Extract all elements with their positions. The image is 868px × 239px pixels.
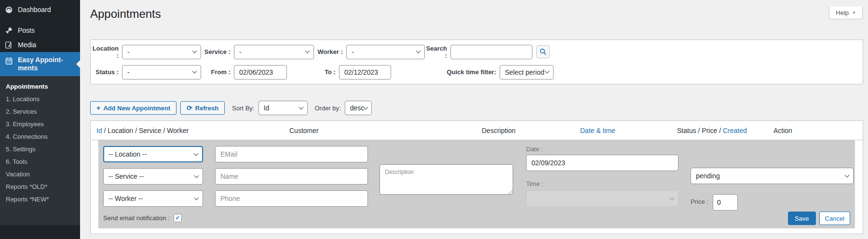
sidebar-item-settings[interactable]: 5. Settings — [0, 143, 80, 156]
sort-by-label: Sort By: — [232, 105, 254, 112]
status-filter-label: Status : — [91, 68, 122, 76]
help-label: Help — [836, 9, 849, 16]
sidebar-item-label: Media — [18, 41, 36, 49]
description-textarea[interactable] — [380, 164, 513, 195]
chevron-down-icon — [305, 49, 310, 53]
service-filter-value: - — [239, 48, 242, 56]
search-button[interactable] — [536, 45, 550, 58]
location-select[interactable]: -- Location -- — [103, 146, 203, 162]
dashboard-icon — [4, 5, 13, 14]
sidebar-item-media[interactable]: Media — [0, 38, 80, 52]
sort-link-created[interactable]: Created — [723, 127, 747, 134]
order-by-label: Order by: — [315, 105, 341, 112]
sidebar-item-tools[interactable]: 6. Tools — [0, 156, 80, 168]
sort-link-id[interactable]: Id — [96, 127, 102, 134]
sidebar-item-connections[interactable]: 4. Connections — [0, 131, 80, 143]
location-filter-value: - — [127, 48, 130, 56]
sidebar-item-services[interactable]: 2. Services — [0, 106, 80, 118]
date-input[interactable] — [526, 155, 678, 171]
menu-separator — [0, 17, 80, 23]
cancel-button[interactable]: Cancel — [819, 212, 850, 225]
sidebar-item-label: Easy Appoint- ments — [18, 56, 63, 72]
status-filter-select[interactable]: - — [122, 65, 201, 80]
media-icon — [4, 40, 13, 49]
notification-row: Send email notification : ✓ — [103, 213, 182, 223]
column-header-description: Description — [482, 127, 580, 134]
sidebar-item-locations[interactable]: 1. Locations — [0, 93, 80, 106]
worker-filter-label: Worker : — [314, 48, 346, 55]
from-date-input[interactable] — [234, 65, 287, 80]
order-by-value: desc — [350, 104, 365, 112]
chevron-down-icon — [364, 105, 368, 109]
quick-time-filter-select[interactable]: Select period — [500, 65, 554, 80]
worker-select-value: -- Worker -- — [108, 195, 143, 202]
sidebar-item-reports-old[interactable]: Reports *OLD* — [0, 181, 80, 193]
sidebar-item-dashboard[interactable]: Dashboard — [0, 2, 80, 17]
chevron-down-icon — [845, 173, 850, 177]
page-title: Appointments — [90, 7, 868, 21]
location-filter-select[interactable]: - — [122, 45, 201, 59]
appointment-edit-row: -- Location -- -- Service -- -- Worker -… — [98, 140, 855, 228]
order-by-select[interactable]: desc — [345, 101, 372, 115]
calendar-icon — [4, 56, 13, 65]
column-header-status-price-created: Status / Price / Created — [677, 127, 773, 134]
send-email-notification-checkbox[interactable]: ✓ — [174, 214, 182, 222]
chevron-down-icon — [670, 195, 675, 200]
check-icon: ✓ — [176, 214, 180, 221]
time-label: Time : — [526, 180, 543, 187]
filter-row-1: Location : - Service : - Worker : - Sear… — [91, 44, 863, 59]
admin-content: Help ▼ Appointments Location : - Service… — [80, 7, 868, 239]
worker-select[interactable]: -- Worker -- — [103, 190, 203, 207]
pushpin-icon — [4, 26, 13, 35]
sort-by-select[interactable]: Id — [258, 101, 308, 115]
sidebar-item-label: Posts — [18, 27, 35, 34]
sidebar-item-label: Dashboard — [18, 6, 51, 13]
refresh-button[interactable]: ⟳ Refresh — [180, 101, 225, 115]
table-header-row: Id / Location / Service / Worker Custome… — [91, 121, 863, 140]
sort-link-date-time[interactable]: Date & time — [580, 127, 615, 134]
sidebar-item-vacation[interactable]: Vacation — [0, 168, 80, 181]
caret-down-icon: ▼ — [852, 11, 856, 15]
sidebar-item-posts[interactable]: Posts — [0, 23, 80, 38]
send-email-notification-label: Send email notification : — [103, 214, 170, 222]
appointments-table: Id / Location / Service / Worker Custome… — [90, 120, 863, 234]
column-header-customer: Customer — [289, 127, 482, 134]
service-filter-select[interactable]: - — [234, 45, 314, 59]
chevron-down-icon — [194, 173, 199, 178]
service-select[interactable]: -- Service -- — [103, 168, 203, 185]
search-label: Search : — [425, 45, 450, 59]
chevron-down-icon — [298, 105, 303, 109]
chevron-down-icon — [192, 69, 197, 74]
worker-filter-select[interactable]: - — [346, 45, 425, 59]
add-new-appointment-button[interactable]: + Add New Appointment — [90, 101, 176, 115]
admin-sidebar: Dashboard Posts Media Easy Appoint- ment… — [0, 0, 80, 239]
status-select[interactable]: pending — [691, 168, 854, 184]
help-button[interactable]: Help ▼ — [829, 7, 863, 19]
service-select-value: -- Service -- — [108, 173, 144, 180]
status-select-value: pending — [696, 172, 720, 180]
sidebar-item-reports-new[interactable]: Reports *NEW* — [0, 193, 80, 206]
location-select-value: -- Location -- — [108, 150, 147, 158]
column-header-id-location-service-worker: Id / Location / Service / Worker — [91, 127, 289, 134]
search-icon — [540, 48, 547, 55]
search-input[interactable] — [450, 45, 532, 59]
price-label: Price : — [691, 194, 708, 210]
email-field[interactable] — [215, 146, 368, 162]
to-date-input[interactable] — [339, 65, 391, 80]
plus-icon: + — [96, 104, 100, 112]
price-input[interactable] — [713, 194, 738, 211]
column-header-date-time: Date & time — [580, 127, 677, 134]
name-field[interactable] — [215, 168, 368, 185]
chevron-down-icon — [194, 151, 199, 156]
sidebar-item-easy-appointments[interactable]: Easy Appoint- ments — [0, 52, 80, 76]
chevron-down-icon — [416, 49, 421, 53]
sidebar-item-employees[interactable]: 3. Employees — [0, 118, 80, 131]
save-button[interactable]: Save — [788, 212, 816, 225]
easy-appointments-submenu: Appointments 1. Locations 2. Services 3.… — [0, 76, 80, 225]
sidebar-item-appointments[interactable]: Appointments — [0, 80, 80, 93]
worker-filter-value: - — [352, 48, 354, 56]
location-filter-label: Location : — [91, 45, 122, 59]
filter-panel: Location : - Service : - Worker : - Sear… — [90, 40, 863, 84]
refresh-icon: ⟳ — [187, 104, 192, 112]
phone-field[interactable] — [215, 190, 368, 207]
